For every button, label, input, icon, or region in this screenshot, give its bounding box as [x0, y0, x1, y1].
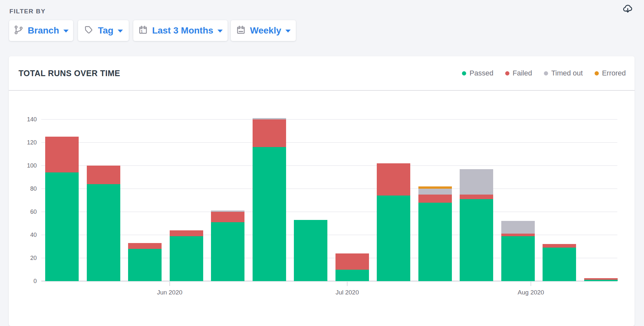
- y-axis-tick-label: 40: [17, 231, 37, 239]
- bar-segment-failed[interactable]: [170, 230, 203, 236]
- chevron-down-icon: [217, 30, 223, 33]
- y-axis-tick-label: 20: [17, 254, 37, 262]
- chevron-down-icon: [285, 30, 291, 33]
- bar-segment-passed[interactable]: [501, 236, 535, 281]
- bar-segment-failed[interactable]: [377, 163, 410, 196]
- bar-segment-failed[interactable]: [128, 243, 162, 249]
- x-axis-tick-label: Jul 2020: [318, 289, 376, 296]
- x-axis-tick: [169, 282, 170, 286]
- y-axis-tick-label: 100: [17, 162, 37, 170]
- errored-dot-icon: [595, 71, 599, 75]
- interval-filter-label: Weekly: [250, 25, 281, 36]
- bar-segment-passed[interactable]: [87, 184, 120, 281]
- bar-segment-timed-out[interactable]: [460, 169, 493, 195]
- x-axis-tick-label: Jun 2020: [140, 289, 199, 296]
- bar-segment-failed[interactable]: [45, 137, 79, 172]
- bar-segment-passed[interactable]: [128, 249, 162, 281]
- gridline: [41, 142, 617, 143]
- gridline: [41, 119, 617, 120]
- passed-dot-icon: [462, 71, 466, 75]
- date-range-filter-button[interactable]: 1 Last 3 Months: [133, 20, 228, 41]
- branch-filter-button[interactable]: Branch: [9, 20, 73, 41]
- bar-segment-failed[interactable]: [501, 234, 535, 236]
- filter-by-label: FILTER BY: [9, 8, 46, 15]
- x-axis-tick-label: Aug 2020: [502, 289, 560, 296]
- bar-segment-passed[interactable]: [377, 196, 410, 281]
- tag-icon: [84, 25, 94, 36]
- calendar-icon: 1: [138, 25, 148, 36]
- tag-filter-label: Tag: [98, 25, 113, 36]
- legend-item-timed-out[interactable]: Timed out: [544, 69, 583, 77]
- failed-dot-icon: [505, 71, 509, 75]
- y-axis-tick-label: 120: [17, 139, 37, 146]
- bar-segment-failed[interactable]: [543, 244, 576, 248]
- card-header: TOTAL RUNS OVER TIME Passed Failed Timed…: [9, 56, 635, 91]
- bar-segment-passed[interactable]: [294, 220, 327, 281]
- bar-segment-passed[interactable]: [418, 203, 452, 281]
- bar-segment-passed[interactable]: [460, 199, 493, 281]
- calendar-week-icon: [236, 25, 246, 36]
- bar-segment-timed-out[interactable]: [418, 189, 452, 195]
- date-range-filter-label: Last 3 Months: [152, 25, 213, 36]
- bar-segment-failed[interactable]: [253, 119, 286, 147]
- gridline: [41, 188, 617, 189]
- tag-filter-button[interactable]: Tag: [78, 20, 129, 41]
- bar-segment-timed-out[interactable]: [211, 211, 244, 212]
- bar-segment-timed-out[interactable]: [501, 221, 535, 234]
- bar-segment-failed[interactable]: [460, 195, 493, 199]
- chevron-down-icon: [118, 30, 123, 33]
- legend-item-failed[interactable]: Failed: [505, 69, 532, 77]
- chevron-down-icon: [63, 30, 69, 33]
- stacked-bar-chart: 020406080100120140Jun 2020Jul 2020Aug 20…: [41, 119, 617, 281]
- bar-segment-passed[interactable]: [584, 280, 618, 281]
- bar-segment-passed[interactable]: [543, 248, 576, 281]
- bar-segment-passed[interactable]: [211, 222, 244, 281]
- gridline: [41, 165, 617, 166]
- bar-segment-passed[interactable]: [45, 172, 79, 281]
- bar-segment-passed[interactable]: [170, 236, 203, 281]
- bar-segment-failed[interactable]: [584, 278, 618, 280]
- chart-legend: Passed Failed Timed out Errored: [462, 69, 626, 77]
- bar-segment-timed-out[interactable]: [253, 118, 286, 119]
- x-axis-tick: [531, 282, 531, 286]
- bar-segment-passed[interactable]: [335, 270, 369, 281]
- y-axis-tick-label: 60: [17, 208, 37, 216]
- page-title: TOTAL RUNS OVER TIME: [19, 69, 120, 78]
- git-branch-icon: [14, 25, 23, 36]
- interval-filter-button[interactable]: Weekly: [231, 20, 296, 41]
- bar-segment-errored[interactable]: [418, 186, 452, 189]
- cloud-download-icon[interactable]: [622, 3, 634, 15]
- bar-segment-failed[interactable]: [87, 166, 120, 184]
- y-axis-tick-label: 0: [17, 277, 37, 285]
- bar-segment-failed[interactable]: [335, 253, 369, 270]
- gridline: [41, 211, 617, 212]
- bar-segment-failed[interactable]: [418, 195, 452, 203]
- bar-segment-failed[interactable]: [211, 212, 244, 222]
- x-axis-tick: [347, 282, 348, 286]
- bar-segment-passed[interactable]: [253, 147, 286, 281]
- branch-filter-label: Branch: [28, 25, 59, 36]
- svg-text:1: 1: [141, 29, 143, 33]
- y-axis-tick-label: 140: [17, 115, 37, 123]
- legend-item-passed[interactable]: Passed: [462, 69, 493, 77]
- legend-item-errored[interactable]: Errored: [595, 69, 626, 77]
- y-axis-tick-label: 80: [17, 185, 37, 193]
- timed-out-dot-icon: [544, 71, 548, 75]
